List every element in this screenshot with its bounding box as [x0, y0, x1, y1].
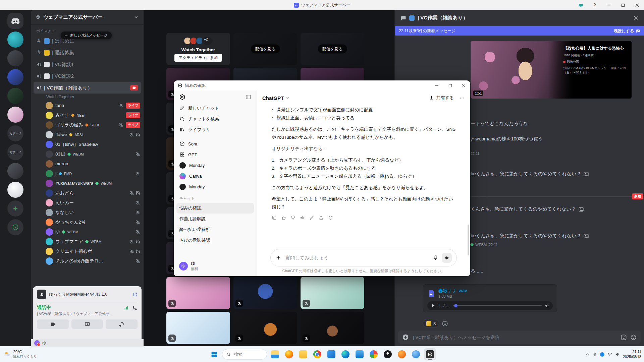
attach-plus-icon[interactable] — [275, 255, 281, 261]
file-explorer-icon[interactable] — [269, 348, 281, 360]
channel-item[interactable]: | VC作業（雑談あり） — [34, 82, 141, 94]
server-icon[interactable] — [7, 200, 23, 217]
weather-widget[interactable]: 29°C 晴れ時々くもり — [3, 350, 37, 359]
chat-history-item[interactable]: 悩みの確認 — [176, 203, 254, 214]
play-icon[interactable] — [431, 303, 435, 308]
read-aloud-icon[interactable] — [300, 215, 305, 220]
prompt-input[interactable] — [285, 255, 429, 261]
regenerate-icon[interactable] — [328, 215, 333, 220]
video-tile[interactable] — [166, 277, 230, 309]
volume-icon[interactable] — [615, 352, 620, 357]
video-tile[interactable]: 配信を見る — [301, 33, 364, 65]
server-icon[interactable] — [7, 88, 23, 104]
watch-stream-button[interactable]: 配信を見る — [251, 45, 280, 54]
voice-member-row[interactable]: ななしい — [31, 207, 144, 217]
voice-mode-button[interactable] — [442, 253, 452, 263]
audio-filename[interactable]: 春歌ナナ.wav — [438, 288, 467, 294]
watch-stream-button[interactable]: 配信を見る — [318, 45, 347, 54]
tray-mic-icon[interactable] — [593, 352, 597, 357]
voice-member-row[interactable]: やっちゃん2号 — [31, 217, 144, 227]
video-tile[interactable] — [301, 277, 364, 309]
server-icon[interactable] — [7, 32, 23, 48]
unread-messages-pill[interactable]: 新しい未読メッセージ — [61, 32, 112, 39]
image-attachment-icon[interactable] — [583, 233, 589, 239]
channel-item[interactable]: | VC雑談1 — [34, 59, 141, 70]
store-icon[interactable] — [354, 348, 366, 360]
chatgpt-titlebar[interactable]: 悩みの確認 — [174, 80, 470, 90]
volume-icon[interactable] — [545, 303, 549, 308]
minimize-button[interactable] — [430, 80, 443, 90]
taskbar-clock[interactable]: 21:11 2025/08/18 — [623, 349, 641, 359]
mic-icon[interactable] — [433, 255, 438, 261]
thumbs-down-icon[interactable] — [290, 215, 296, 220]
mail-icon[interactable] — [325, 348, 337, 360]
screenshare-button[interactable] — [71, 319, 103, 329]
voice-member-row[interactable]: みそす NEET ライブ — [31, 110, 144, 120]
join-activity-button[interactable]: アクティビティに参加 — [174, 54, 222, 62]
account-footer[interactable]: ゆ ゆ 無料 — [176, 258, 254, 274]
video-tile[interactable] — [233, 277, 297, 309]
copy-icon[interactable] — [272, 215, 277, 220]
video-tile[interactable] — [233, 312, 297, 344]
voice-member-row[interactable]: !falwe ARSL — [31, 130, 144, 139]
voice-member-row[interactable]: チルノ(Sub)@飯テロ監視塔 — [31, 256, 144, 266]
sticker-icon[interactable] — [621, 334, 627, 341]
chrome-icon[interactable] — [311, 348, 323, 360]
bot-item[interactable]: Canva — [176, 171, 254, 181]
attach-plus-icon[interactable] — [402, 334, 409, 341]
player-icon[interactable] — [396, 348, 408, 360]
server-icon[interactable] — [7, 107, 23, 123]
audio-attachment-card[interactable]: 春歌ナナ.wav 1.83 MB -:-- / -:-- — [423, 284, 557, 312]
photos-icon[interactable] — [368, 348, 380, 360]
start-button[interactable] — [208, 348, 220, 360]
thumbs-up-icon[interactable] — [281, 215, 286, 220]
message-input[interactable] — [412, 335, 617, 340]
reaction-pill[interactable]: 3 — [423, 319, 439, 328]
wifi-icon[interactable] — [607, 352, 612, 357]
video-tile[interactable]: 配信を見る — [233, 33, 297, 65]
voice-member-row[interactable]: ゆ WEBM — [31, 227, 144, 237]
browser-icon[interactable] — [410, 348, 422, 360]
taskbar-search[interactable] — [222, 349, 267, 360]
edge-icon[interactable] — [339, 348, 352, 360]
help-icon[interactable]: ? — [588, 0, 602, 10]
server-header[interactable]: ウェブマニア公式サーバー — [31, 10, 144, 25]
sora-item[interactable]: Sora — [176, 138, 254, 149]
camera-button[interactable] — [37, 319, 69, 329]
voice-member-row[interactable]: ウェブマニア WEBM — [31, 237, 144, 246]
image-attachment-icon[interactable] — [578, 206, 584, 212]
share-button[interactable]: 共有する — [429, 95, 454, 101]
voice-member-row[interactable]: クリエイト初心者 — [31, 246, 144, 256]
server-icon[interactable]: カサーノ — [7, 125, 23, 141]
maximize-button[interactable] — [616, 0, 630, 10]
folder-icon[interactable] — [297, 348, 309, 360]
server-icon[interactable] — [7, 182, 23, 198]
voice-member-row[interactable]: あおどら — [31, 188, 144, 198]
scrollbar-thumb[interactable] — [468, 225, 469, 255]
close-button[interactable] — [457, 80, 470, 90]
mark-read-button[interactable]: 既読にする — [613, 28, 640, 34]
close-thread-icon[interactable] — [633, 15, 639, 21]
firefox-icon[interactable] — [283, 348, 295, 360]
server-icon[interactable]: カサーノ — [7, 144, 23, 160]
emoji-icon[interactable] — [630, 334, 637, 341]
server-icon[interactable] — [7, 219, 23, 235]
channel-item[interactable]: | VC雑談2 — [34, 70, 141, 82]
channel-item[interactable]: # | 通話募集 — [34, 47, 141, 58]
search-chats-button[interactable]: チャットを検索 — [176, 114, 254, 124]
voice-member-row[interactable]: Yukiwara/Yukiwara WEBM — [31, 178, 144, 188]
server-icon[interactable] — [7, 13, 23, 29]
voice-member-row[interactable]: ゴリラの極み SOUL ライブ — [31, 120, 144, 130]
more-options-icon[interactable] — [459, 95, 465, 101]
server-icon[interactable] — [7, 50, 23, 66]
obs-icon[interactable] — [382, 348, 394, 360]
unread-banner[interactable]: 22:11以来3件の新着メッセージ 既読にする — [395, 26, 644, 36]
watch-together-label[interactable]: Watch Together — [31, 94, 144, 101]
chatgpt-icon[interactable] — [424, 348, 436, 360]
call-channel-path[interactable]: | VC作業（雑談あり）/ ウェブマニア公式サ... — [37, 311, 138, 316]
video-tile[interactable] — [301, 312, 364, 344]
video-tile[interactable]: +2 Watch Together アクティビティに参加 — [166, 33, 230, 65]
image-attachment-icon[interactable] — [583, 171, 589, 177]
collapse-sidebar-icon[interactable] — [246, 94, 251, 100]
video-tile[interactable] — [166, 312, 230, 344]
